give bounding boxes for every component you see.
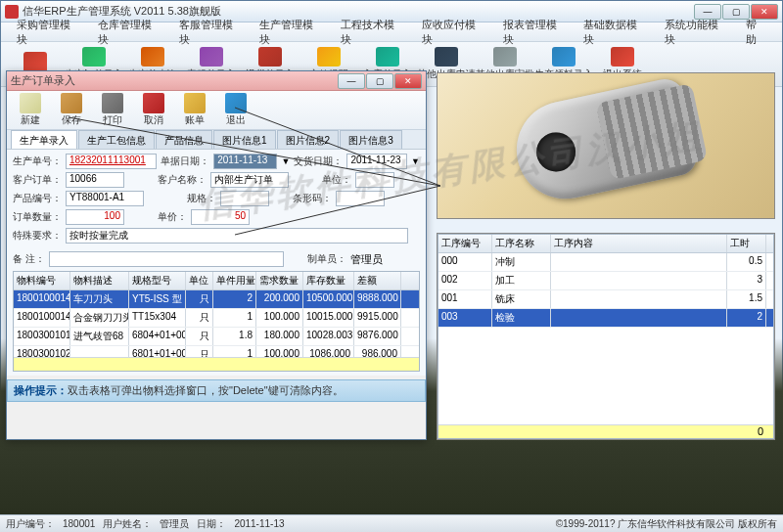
deliver-date-field[interactable]: 2011-11-23 (346, 154, 407, 169)
dropdown-icon[interactable]: ▼ (281, 156, 290, 166)
child-toolbar-button[interactable]: 退出 (216, 93, 255, 127)
child-toolbar-button[interactable]: 账单 (175, 93, 214, 127)
tab[interactable]: 产品信息 (156, 130, 212, 149)
grid-footer (14, 357, 419, 371)
table-cell: 9876.000 (354, 328, 401, 345)
spec-field[interactable] (220, 191, 269, 206)
tab[interactable]: 图片信息2 (277, 130, 340, 149)
table-cell: 冲制 (492, 253, 551, 271)
tab[interactable]: 生产单录入 (11, 130, 77, 149)
table-cell: 1800100014 (14, 309, 70, 327)
process-grid[interactable]: 工序编号工序名称工序内容工时 000冲制0.5002加工3001铣床1.5003… (438, 234, 774, 439)
table-row[interactable]: 1800300101进气歧管686804+01+00只1.8180.000100… (14, 328, 419, 346)
dropdown-icon[interactable]: ▼ (411, 156, 420, 166)
app-icon (5, 5, 19, 19)
special-label: 特殊要求： (13, 229, 62, 243)
table-row[interactable]: 18003001026801+01+00只1100.0001086.000986… (14, 346, 419, 357)
status-uid: 180001 (63, 518, 95, 529)
table-cell: 3 (727, 272, 766, 289)
table-cell: 进气歧管68 (70, 328, 129, 345)
tab[interactable]: 图片信息3 (340, 130, 402, 149)
remark-field[interactable] (49, 251, 284, 267)
child-maximize-button[interactable]: ▢ (366, 73, 393, 89)
column-header[interactable]: 库存数量 (303, 272, 354, 289)
table-row[interactable]: 1800100014车刀刀头YT5-ISS 型只2200.00010500.00… (14, 290, 419, 309)
column-header[interactable]: 物料编号 (14, 272, 70, 289)
child-close-button[interactable]: ✕ (394, 73, 422, 89)
column-header[interactable]: 单件用量 (213, 272, 256, 289)
column-header[interactable]: 规格型号 (129, 272, 186, 289)
cust-order-field[interactable]: 10066 (66, 172, 124, 188)
menu-item[interactable]: 基础数据模块 (574, 18, 655, 47)
table-row[interactable]: 001铣床1.5 (438, 290, 773, 309)
column-header[interactable]: 差额 (354, 272, 401, 289)
table-cell: 200.000 (256, 290, 303, 308)
child-toolbar-button[interactable]: 新建 (11, 93, 50, 127)
table-cell: 检验 (492, 309, 551, 327)
table-cell: 100.000 (256, 309, 303, 327)
menu-item[interactable]: 帮助 (736, 18, 776, 47)
toolbar-icon (141, 47, 164, 66)
table-cell: 100.000 (256, 346, 303, 357)
column-header[interactable]: 需求数量 (256, 272, 303, 289)
material-grid[interactable]: 物料编号物料描述规格型号单位单件用量需求数量库存数量差额 1800100014车… (13, 271, 420, 372)
qty-field[interactable]: 100 (66, 209, 124, 225)
unit-field[interactable] (355, 172, 394, 188)
maker-label: 制单员： (307, 252, 346, 266)
table-row[interactable]: 002加工3 (438, 272, 773, 290)
table-cell: 10015.000 (303, 309, 354, 327)
menu-item[interactable]: 工程技术模块 (331, 18, 412, 47)
child-toolbar-label: 新建 (21, 113, 40, 127)
child-toolbar-label: 打印 (103, 113, 122, 127)
price-label: 单价： (158, 210, 187, 224)
child-toolbar-button[interactable]: 保存 (52, 93, 91, 127)
column-header[interactable]: 单位 (186, 272, 213, 289)
table-row[interactable]: 003检验2 (438, 309, 773, 328)
menu-item[interactable]: 系统功能模块 (655, 18, 736, 47)
prod-no-field[interactable]: YT88001-A1 (66, 191, 144, 206)
tab[interactable]: 生产工包信息 (78, 130, 155, 149)
column-header[interactable]: 工时 (727, 235, 766, 252)
column-header[interactable]: 工序内容 (551, 235, 727, 252)
table-cell (70, 346, 129, 357)
unit-label: 单位： (322, 173, 351, 187)
maker-value: 管理员 (350, 252, 383, 267)
table-cell: 1800300101 (14, 328, 70, 345)
column-header[interactable]: 工序名称 (492, 235, 551, 252)
menu-item[interactable]: 应收应付模块 (412, 18, 493, 47)
table-cell (551, 290, 727, 308)
special-field[interactable]: 按时按量完成 (66, 228, 408, 244)
child-toolbar-label: 取消 (144, 113, 163, 127)
child-toolbar-icon (20, 93, 41, 113)
table-row[interactable]: 1800100014合金钢刀刀头TT15x304只1100.00010015.0… (14, 309, 419, 328)
menu-item[interactable]: 采购管理模块 (7, 18, 88, 47)
child-toolbar-label: 退出 (226, 113, 246, 127)
column-header[interactable]: 物料描述 (70, 272, 129, 289)
cust-name-field[interactable]: 内部生产订单 (210, 172, 289, 188)
qty-label: 订单数量： (13, 210, 62, 224)
table-cell: 2 (213, 290, 256, 308)
barcode-field[interactable] (336, 191, 385, 206)
tab[interactable]: 图片信息1 (213, 130, 276, 149)
child-minimize-button[interactable]: — (338, 73, 365, 89)
toolbar-icon (258, 47, 282, 66)
spec-label: 规格： (187, 192, 216, 205)
child-toolbar-icon (61, 93, 82, 113)
child-toolbar-button[interactable]: 打印 (93, 93, 132, 127)
child-toolbar-button[interactable]: 取消 (134, 93, 173, 127)
menu-item[interactable]: 生产管理模块 (250, 18, 331, 47)
toolbar-icon (611, 47, 634, 66)
order-no-field[interactable]: 18232011113001 (66, 154, 157, 169)
table-cell: 合金钢刀刀头 (70, 309, 129, 327)
column-header[interactable]: 工序编号 (438, 235, 492, 252)
price-field[interactable]: 50 (191, 209, 250, 225)
deliver-date-label: 交货日期： (294, 155, 343, 168)
status-date: 2011-11-13 (234, 518, 284, 529)
table-row[interactable]: 000冲制0.5 (438, 253, 773, 272)
order-date-field[interactable]: 2011-11-13 (213, 154, 277, 169)
menu-item[interactable]: 报表管理模块 (493, 18, 575, 47)
table-cell: 10028.003 (303, 328, 354, 345)
table-cell: 000 (438, 253, 492, 271)
menu-item[interactable]: 客服管理模块 (169, 18, 251, 47)
menu-item[interactable]: 仓库管理模块 (88, 18, 169, 47)
